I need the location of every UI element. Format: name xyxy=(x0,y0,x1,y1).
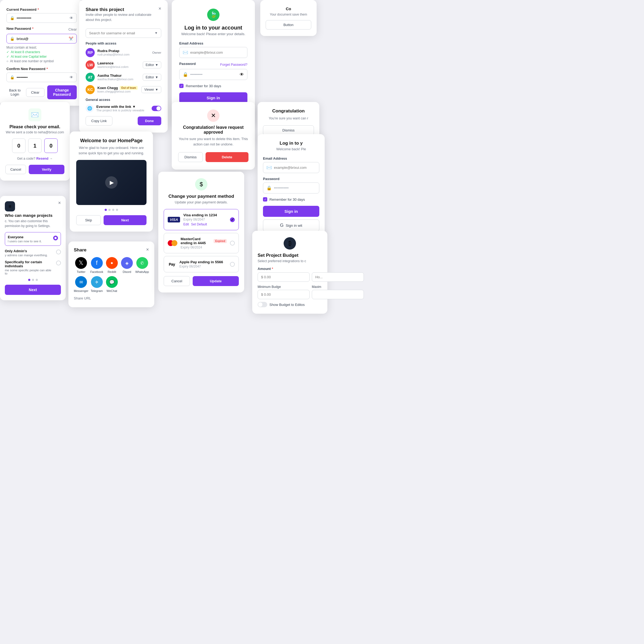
discord-item[interactable]: ◈ Disord xyxy=(120,257,134,273)
email2-field[interactable] xyxy=(274,166,319,170)
eye-icon[interactable]: 👁 xyxy=(69,16,73,20)
telegram-item[interactable]: ✈ Telegram xyxy=(90,276,103,292)
co-button[interactable]: Button xyxy=(266,20,311,30)
close-button[interactable]: × xyxy=(58,200,61,206)
messenger-icon: ✉ xyxy=(75,276,87,288)
visa-checkbox[interactable]: ✓ xyxy=(230,217,235,222)
show-budget-toggle[interactable]: Show Budget to Editos xyxy=(258,302,322,307)
cancel-button[interactable]: Cancel xyxy=(5,165,26,174)
admins-option[interactable]: Only Admin's y admins can mange everthin… xyxy=(5,249,61,257)
password-input[interactable]: 🔒 👁 xyxy=(179,69,247,80)
video-thumbnail[interactable]: ▶ xyxy=(76,160,147,205)
mc-checkbox[interactable] xyxy=(230,241,235,246)
public-toggle[interactable] xyxy=(152,106,161,111)
eye-icon-2[interactable]: ✂️ xyxy=(69,36,73,41)
search-box[interactable]: ▼ xyxy=(86,28,161,38)
amount-input[interactable] xyxy=(258,272,310,282)
remember-checkbox[interactable]: ✓ xyxy=(179,84,184,88)
email-input[interactable]: ✉️ xyxy=(179,47,247,58)
set-default-link[interactable]: Set Default xyxy=(191,222,207,226)
sign-in-button[interactable]: Sign in xyxy=(179,92,247,103)
new-password-field[interactable] xyxy=(17,37,67,41)
close-button[interactable]: × xyxy=(146,247,149,253)
sign-in2-button[interactable]: Sign in xyxy=(263,206,319,217)
resend-link[interactable]: Resend xyxy=(36,157,48,160)
copy-link-button[interactable]: Copy Link xyxy=(86,116,112,126)
verify-subtitle: We've sent a code to neha@brixui.com xyxy=(5,130,64,134)
edit-link[interactable]: Edit xyxy=(183,222,189,226)
google-signin2-button[interactable]: G Sign in wit xyxy=(263,219,319,231)
expired-badge: Expired xyxy=(214,239,227,243)
password-field[interactable] xyxy=(190,72,237,76)
show-budget-switch[interactable] xyxy=(258,302,267,307)
role-select-2[interactable]: Editor▼ xyxy=(143,74,161,81)
next-button[interactable]: Next xyxy=(104,215,147,225)
min-budget-input[interactable] xyxy=(258,290,310,299)
change-password-button[interactable]: Change Password xyxy=(47,85,77,99)
specific-option[interactable]: Specifically for certain individuals me … xyxy=(5,260,61,275)
payment-subtitle: Update your plan payment details. xyxy=(164,200,239,204)
password2-input[interactable]: 🔒 xyxy=(263,182,319,193)
done-button[interactable]: Done xyxy=(138,116,162,125)
wechat-item[interactable]: 💬 WeChat xyxy=(105,276,119,292)
twitter-item[interactable]: 𝕏 Twitter xyxy=(74,257,88,273)
forget-password-link[interactable]: Forget Password? xyxy=(220,63,247,67)
delete-button[interactable]: Delete xyxy=(206,152,248,162)
cancel-payment-button[interactable]: Cancel xyxy=(164,276,190,286)
visa-payment-item[interactable]: VISA Visa ending in 1234 Expiry 06/2047 … xyxy=(164,209,239,230)
applepay-checkbox[interactable] xyxy=(230,262,235,267)
max-budget-input[interactable] xyxy=(312,290,364,299)
mastercard-payment-item[interactable]: MasterCard ending in 4445 Expired Expiry… xyxy=(164,233,239,253)
dismiss-button[interactable]: Dismiss xyxy=(263,125,314,135)
back-to-login-button[interactable]: Back to Login xyxy=(6,88,23,96)
clear-button[interactable]: Clear xyxy=(26,88,45,97)
onboard-title: Welcome to our HomePage xyxy=(76,138,147,144)
search-input[interactable] xyxy=(89,31,152,35)
brand-logo: 🍃 xyxy=(207,9,219,21)
close-button[interactable]: × xyxy=(158,6,161,12)
login2-card: Log in to y Welcome back! Ple Email Addr… xyxy=(258,134,325,238)
skip-button[interactable]: Skip xyxy=(76,215,101,225)
facebook-item[interactable]: f Facebook xyxy=(90,257,103,273)
access-type[interactable]: Everone with the link▼ xyxy=(96,105,149,109)
confirm-password-field[interactable] xyxy=(17,75,67,79)
reddit-item[interactable]: ● Reddit xyxy=(105,257,119,273)
current-password-input[interactable]: 🔒 👁 xyxy=(6,13,77,23)
eye-icon-login[interactable]: 👁 xyxy=(240,72,244,77)
otp-box-2[interactable]: 1 xyxy=(28,138,42,153)
wechat-icon: 💬 xyxy=(106,276,118,288)
role-select-3[interactable]: Viewer▼ xyxy=(141,86,161,93)
radio-everyone[interactable] xyxy=(53,236,58,240)
role-select[interactable]: Editor▼ xyxy=(143,61,161,68)
radio-admins[interactable] xyxy=(56,250,61,254)
email2-input[interactable]: ✉️ xyxy=(263,162,319,173)
applepay-payment-item[interactable]: Pay Apple Pay ending in 5566 Expiry 06/2… xyxy=(164,256,239,272)
dismiss-button[interactable]: Dismiss xyxy=(178,152,203,162)
current-password-field[interactable] xyxy=(17,16,67,20)
clear-link[interactable]: Clear xyxy=(68,27,77,31)
confirm-buttons: Dismiss Delete xyxy=(178,152,248,162)
budget-title: Set Project Budget xyxy=(258,253,322,258)
person-name: Aastha Thakur xyxy=(97,74,140,78)
co-title: Co xyxy=(266,6,311,11)
new-password-input[interactable]: 🔒 ✂️ xyxy=(6,34,77,43)
hours-input[interactable] xyxy=(312,272,364,282)
play-button[interactable]: ▶ xyxy=(105,176,118,189)
radio-specific[interactable] xyxy=(56,261,61,265)
verify-button[interactable]: Verify xyxy=(29,165,64,174)
password2-field[interactable] xyxy=(274,186,319,190)
otp-box-3[interactable]: 0 xyxy=(44,138,58,153)
otp-box-1[interactable]: 0 xyxy=(12,138,25,153)
password2-label: Password xyxy=(263,177,319,181)
verify-buttons: Cancel Verify xyxy=(5,165,64,174)
eye-icon-3[interactable]: 👁 xyxy=(69,75,73,79)
everyone-option[interactable]: Everyone l users can now to see it. xyxy=(5,232,61,246)
confirm-password-input[interactable]: 🔒 👁 xyxy=(6,72,77,82)
next-button[interactable]: Next xyxy=(5,285,61,295)
messenger-item[interactable]: ✉ Messenger xyxy=(74,276,88,292)
remember2-checkbox[interactable]: ✓ xyxy=(263,197,267,202)
update-button[interactable]: Update xyxy=(193,276,239,286)
avatar-lw: LW xyxy=(86,60,95,69)
email-field[interactable] xyxy=(190,50,244,54)
whatsapp-item[interactable]: ✆ WhatsApp xyxy=(135,257,149,273)
